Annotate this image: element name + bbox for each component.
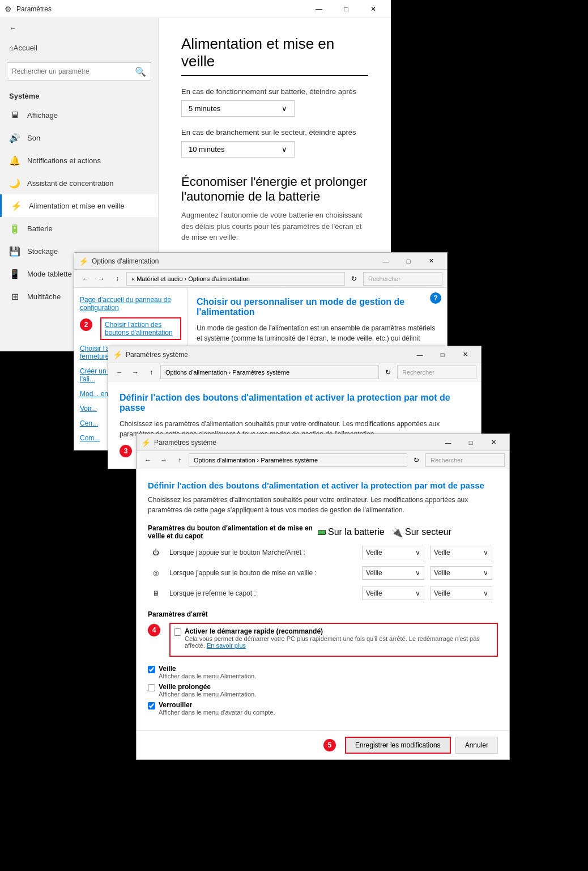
nav-back[interactable]: ← (79, 272, 92, 286)
params2-title-bar: ⚡ Paramètres système — □ ✕ (137, 434, 509, 451)
options-title-controls: — □ ✕ (374, 253, 442, 270)
params2-search[interactable]: Rechercher (425, 453, 505, 467)
battery-dropdown[interactable]: 5 minutes ∨ (181, 100, 295, 117)
params1-search[interactable]: Rechercher (397, 366, 476, 379)
params1-main-title: Définir l'action des boutons d'alimentat… (120, 393, 470, 413)
params1-back[interactable]: ← (113, 366, 126, 379)
params1-refresh[interactable]: ↻ (381, 366, 395, 379)
address-bar[interactable]: « Matériel et audio › Options d'alimenta… (126, 272, 345, 286)
settings-title-bar: ⚙ Paramètres — □ ✕ (0, 0, 391, 18)
row2-battery-dropdown[interactable]: Veille ∨ (362, 566, 424, 580)
params1-title-bar: ⚡ Paramètres système — □ ✕ (108, 346, 481, 363)
params1-address[interactable]: Options d'alimentation › Paramètres syst… (160, 366, 379, 379)
sidebar-item-batterie[interactable]: 🔋 Batterie (0, 217, 158, 240)
tablet-icon: 📱 (9, 268, 20, 279)
verrouiller-desc: Afficher dans le menu d'avatar du compte… (159, 709, 275, 716)
params-window-2: ⚡ Paramètres système — □ ✕ ← → ↑ Options… (136, 434, 510, 760)
sector-dropdown[interactable]: 10 minutes ∨ (181, 141, 295, 158)
options-minimize[interactable]: — (374, 253, 397, 270)
row3-battery-dropdown[interactable]: Veille ∨ (362, 587, 424, 600)
title-bar-controls: — □ ✕ (306, 0, 386, 18)
row1-battery-dropdown[interactable]: Veille ∨ (362, 546, 424, 559)
nav-forward[interactable]: → (95, 272, 108, 286)
sector-section-label: En cas de branchement sur le secteur, ét… (181, 128, 368, 137)
affichage-label: Affichage (27, 111, 58, 120)
close-button[interactable]: ✕ (360, 0, 386, 18)
params2-maximize[interactable]: □ (459, 434, 482, 451)
options-maximize[interactable]: □ (397, 253, 420, 270)
options-link-accueil[interactable]: Page d'accueil du panneau de configurati… (80, 294, 181, 314)
params2-close[interactable]: ✕ (482, 434, 505, 451)
row3-sector-dropdown[interactable]: Veille ∨ (430, 587, 492, 600)
params1-minimize[interactable]: — (408, 346, 431, 363)
params2-app-icon: ⚡ (141, 438, 151, 447)
params1-up[interactable]: ↑ (144, 366, 158, 379)
notif-label: Notifications et actions (27, 156, 101, 165)
sector-header-label: Sur secteur (405, 527, 451, 537)
params1-app-icon: ⚡ (113, 350, 122, 359)
veille-desc: Afficher dans le menu Alimentation. (159, 673, 256, 679)
fast-start-row: Activer le démarrage rapide (recommandé)… (174, 627, 493, 649)
battery-header: Sur la batterie (318, 527, 386, 537)
row2-sector-dropdown[interactable]: Veille ∨ (430, 566, 492, 580)
fast-start-checkbox[interactable] (174, 628, 181, 636)
sidebar-item-son[interactable]: 🔊 Son (0, 126, 158, 149)
options-search-bar[interactable]: Rechercher (363, 272, 442, 286)
nav-refresh[interactable]: ↻ (347, 272, 361, 286)
sidebar-item-affichage[interactable]: 🖥 Affichage (0, 104, 158, 126)
table-section-label: Paramètres du bouton d'alimentation et d… (148, 524, 318, 540)
params2-address[interactable]: Options d'alimentation › Paramètres syst… (189, 453, 407, 467)
nav-up[interactable]: ↑ (110, 272, 124, 286)
verrouiller-row: Verrouiller Afficher dans le menu d'avat… (148, 701, 498, 716)
maximize-button[interactable]: □ (333, 0, 359, 18)
veille-prolongee-checkbox[interactable] (148, 684, 155, 691)
save-button[interactable]: Enregistrer les modifications (345, 737, 451, 754)
params1-close[interactable]: ✕ (454, 346, 476, 363)
row1-sector-dropdown[interactable]: Veille ∨ (430, 546, 492, 559)
settings-title: Paramètres (16, 5, 306, 13)
sidebar-item-assistant[interactable]: 🌙 Assistant de concentration (0, 172, 158, 194)
params2-back[interactable]: ← (141, 453, 155, 467)
address-text: « Matériel et audio › Options d'alimenta… (131, 275, 250, 282)
options-link-choisir[interactable]: Choisir l'action des boutons d'alimentat… (100, 317, 181, 340)
table-headers: Sur la batterie 🔌 Sur secteur (318, 524, 459, 540)
params2-forward[interactable]: → (157, 453, 171, 467)
sidebar-item-home[interactable]: ⌂ Accueil (0, 38, 158, 58)
cancel-button[interactable]: Annuler (455, 737, 498, 754)
sound-icon: 🔊 (9, 132, 20, 143)
sidebar-item-alimentation[interactable]: ⚡ Alimentation et mise en veille (0, 194, 158, 217)
badge-3-number: 3 (124, 447, 128, 455)
minimize-button[interactable]: — (306, 0, 332, 18)
params1-maximize[interactable]: □ (431, 346, 454, 363)
sector-dropdown-value: 10 minutes (189, 145, 225, 154)
row1-label: Lorsque j'appuie sur le bouton Marche/Ar… (169, 549, 362, 556)
battery-icon: 🔋 (9, 223, 20, 234)
params2-footer: 5 Enregistrer les modifications Annuler (137, 730, 509, 759)
search-input[interactable] (12, 67, 135, 75)
options-close[interactable]: ✕ (420, 253, 442, 270)
params2-up[interactable]: ↑ (173, 453, 186, 467)
sidebar-item-notifications[interactable]: 🔔 Notifications et actions (0, 149, 158, 172)
batterie-label: Batterie (27, 224, 53, 233)
multitache-label: Multitâche (27, 292, 61, 301)
fast-start-label: Activer le démarrage rapide (recommandé) (185, 627, 493, 635)
stockage-label: Stockage (27, 247, 58, 256)
params2-title: Paramètres système (154, 439, 437, 447)
checkbox-row-1: 4 Activer le démarrage rapide (recommand… (148, 623, 498, 660)
veille-checkbox[interactable] (148, 666, 155, 673)
fast-start-link[interactable]: En savoir plus (207, 642, 246, 649)
params1-forward[interactable]: → (129, 366, 142, 379)
params2-main-title: Définir l'action des boutons d'alimentat… (148, 481, 498, 490)
params2-refresh[interactable]: ↻ (410, 453, 423, 467)
table-row-2: ◎ Lorsque j'appuie sur le bouton de mise… (148, 565, 498, 581)
help-icon[interactable]: ? (430, 292, 441, 304)
search-bar[interactable]: 🔍 (7, 62, 151, 80)
badge-5-number: 5 (328, 741, 332, 749)
params1-controls: — □ ✕ (408, 346, 476, 363)
params2-minimize[interactable]: — (437, 434, 459, 451)
plug-icon: 🔌 (391, 527, 403, 538)
back-button[interactable]: ← (0, 18, 158, 38)
home-icon: ⌂ (9, 44, 14, 52)
settings-app-icon: ⚙ (5, 5, 12, 14)
verrouiller-checkbox[interactable] (148, 702, 155, 709)
